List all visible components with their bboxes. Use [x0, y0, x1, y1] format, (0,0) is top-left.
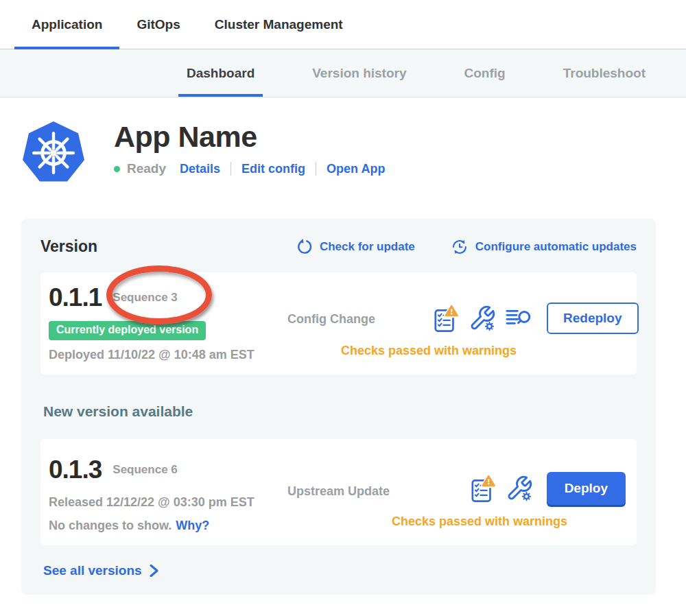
version-number: 0.1.3 — [49, 455, 102, 484]
available-version-card: 0.1.3 Sequence 6 Released 12/12/22 @ 03:… — [40, 439, 637, 545]
kubernetes-logo-icon — [21, 120, 86, 186]
check-for-update-label: Check for update — [320, 240, 415, 254]
divider — [230, 162, 231, 176]
app-sub-nav: Dashboard Version history Config Trouble… — [0, 49, 686, 97]
preflight-checks-warning-icon[interactable] — [433, 304, 459, 333]
version-panel: Version Check for update Configure autom… — [21, 219, 656, 595]
view-files-search-icon[interactable] — [506, 307, 533, 330]
config-wrench-icon[interactable] — [506, 475, 533, 502]
status-dot — [114, 166, 120, 172]
subtab-config[interactable]: Config — [456, 49, 514, 97]
tab-cluster-management[interactable]: Cluster Management — [198, 0, 360, 49]
status-label: Ready — [127, 161, 166, 176]
page-title: App Name — [114, 120, 385, 154]
open-app-link[interactable]: Open App — [327, 162, 385, 176]
sequence-label: Sequence 6 — [113, 463, 178, 477]
preflight-status-text: Checks passed with warnings — [392, 514, 567, 529]
version-number: 0.1.1 — [49, 283, 102, 312]
preflight-status-text: Checks passed with warnings — [341, 344, 517, 358]
subtab-troubleshoot[interactable]: Troubleshoot — [555, 49, 654, 97]
version-source-label: Upstream Update — [287, 484, 433, 499]
configure-auto-updates-label: Configure automatic updates — [475, 240, 637, 254]
see-all-versions-label: See all versions — [43, 563, 142, 578]
deployed-timestamp: Deployed 11/10/22 @ 10:48 am EST — [49, 348, 287, 362]
primary-nav: Application GitOps Cluster Management — [0, 0, 686, 49]
refresh-icon — [295, 238, 313, 256]
check-for-update-button[interactable]: Check for update — [295, 238, 415, 256]
sequence-label: Sequence 3 — [113, 291, 178, 305]
preflight-checks-warning-icon[interactable] — [470, 474, 496, 503]
auto-update-clock-icon — [451, 238, 469, 256]
tab-gitops[interactable]: GitOps — [119, 0, 197, 49]
no-changes-text: No changes to show. — [49, 519, 172, 532]
new-version-heading: New version available — [43, 403, 637, 420]
app-status-row: Ready Details Edit config Open App — [114, 161, 385, 176]
subtab-version-history[interactable]: Version history — [304, 49, 414, 97]
released-timestamp: Released 12/12/22 @ 03:30 pm EST — [49, 495, 287, 510]
details-link[interactable]: Details — [180, 162, 220, 176]
see-all-versions-link[interactable]: See all versions — [43, 563, 158, 578]
deployed-badge: Currently deployed version — [49, 321, 206, 340]
version-panel-header: Version Check for update Configure autom… — [40, 237, 637, 256]
version-source-label: Config Change — [287, 312, 433, 327]
redeploy-button[interactable]: Redeploy — [547, 303, 639, 334]
tab-application[interactable]: Application — [14, 0, 119, 49]
divider — [316, 162, 316, 176]
current-version-card: 0.1.1 Sequence 3 Currently deployed vers… — [40, 272, 637, 375]
deploy-button[interactable]: Deploy — [547, 472, 626, 505]
configure-auto-updates-button[interactable]: Configure automatic updates — [451, 238, 637, 256]
why-link[interactable]: Why? — [176, 519, 209, 532]
config-wrench-icon[interactable] — [469, 305, 496, 332]
app-header: App Name Ready Details Edit config Open … — [0, 97, 686, 186]
subtab-dashboard[interactable]: Dashboard — [178, 49, 263, 97]
edit-config-link[interactable]: Edit config — [241, 162, 305, 176]
version-panel-title: Version — [40, 237, 97, 256]
chevron-right-icon — [150, 565, 158, 577]
